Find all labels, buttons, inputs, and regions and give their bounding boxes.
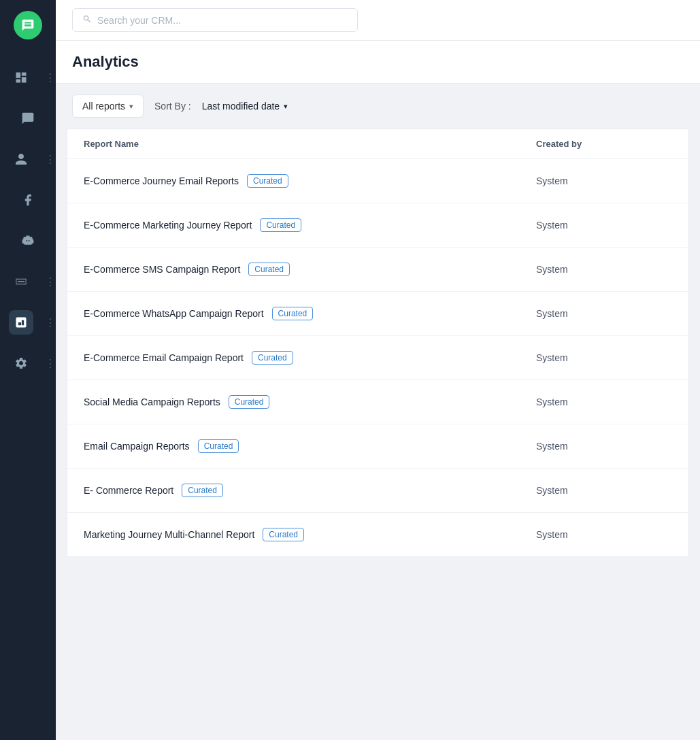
person-icon [14,152,28,166]
chat-icon [21,18,35,32]
table-row[interactable]: Marketing Journey Multi-Channel Report C… [67,513,688,556]
sidebar-item-bot[interactable] [0,220,56,261]
table-body: E-Commerce Journey Email Reports Curated… [67,159,688,556]
curated-badge: Curated [248,263,290,276]
row-name-4: E-Commerce Email Campaign Report Curated [84,351,536,365]
report-name-text: Email Campaign Reports [84,441,190,452]
table-row[interactable]: E-Commerce Marketing Journey Report Cura… [67,203,688,248]
row-name-6: Email Campaign Reports Curated [84,439,536,453]
row-name-1: E-Commerce Marketing Journey Report Cura… [84,218,536,232]
report-name-text: E-Commerce Marketing Journey Report [84,220,252,231]
bot-icon [21,234,35,248]
row-created-by-8: System [536,529,672,540]
sidebar-item-campaigns[interactable]: ⋮ [0,261,56,302]
row-created-by-3: System [536,308,672,319]
sidebar-item-dashboard[interactable]: ⋮ [0,57,56,98]
report-name-text: E-Commerce Email Campaign Report [84,352,244,363]
sidebar-item-settings[interactable]: ⋮ [0,343,56,384]
column-report-name: Report Name [84,139,536,149]
curated-badge: Curated [260,218,301,232]
table-row[interactable]: E- Commerce Report Curated System [67,469,688,513]
sidebar-item-knowledge[interactable] [0,180,56,220]
search-box[interactable] [72,8,358,32]
sidebar-item-chat[interactable] [0,98,56,139]
sort-chevron-icon: ▾ [284,102,288,111]
table-header: Report Name Created by [67,129,688,159]
book-icon [21,193,35,207]
row-created-by-6: System [536,441,672,452]
table-row[interactable]: E-Commerce Journey Email Reports Curated… [67,159,688,203]
row-created-by-7: System [536,485,672,496]
table-row[interactable]: Social Media Campaign Reports Curated Sy… [67,380,688,424]
table-row[interactable]: E-Commerce SMS Campaign Report Curated S… [67,248,688,292]
table-row[interactable]: E-Commerce Email Campaign Report Curated… [67,336,688,380]
sort-option-label: Last modified date [202,101,280,112]
main-content: Analytics All reports ▾ Sort By : Last m… [56,0,700,740]
curated-badge: Curated [198,439,239,453]
row-name-0: E-Commerce Journey Email Reports Curated [84,174,536,188]
sort-by-label: Sort By : [154,101,191,112]
topbar [56,0,700,41]
sidebar-item-contacts[interactable]: ⋮ [0,139,56,180]
reports-table: Report Name Created by E-Commerce Journe… [67,129,689,557]
curated-badge: Curated [272,307,314,320]
page-header: Analytics [56,41,700,84]
row-name-3: E-Commerce WhatsApp Campaign Report Cura… [84,307,536,320]
table-row[interactable]: Email Campaign Reports Curated System [67,424,688,469]
sidebar: ⋮ ⋮ [0,0,56,740]
report-name-text: E-Commerce Journey Email Reports [84,175,239,186]
all-reports-button[interactable]: All reports ▾ [72,95,144,118]
search-icon [82,14,92,26]
sidebar-nav: ⋮ ⋮ [0,57,56,384]
curated-badge: Curated [263,528,304,541]
row-name-5: Social Media Campaign Reports Curated [84,395,536,409]
row-name-2: E-Commerce SMS Campaign Report Curated [84,263,536,276]
row-created-by-0: System [536,175,672,186]
row-created-by-1: System [536,220,672,231]
row-name-8: Marketing Journey Multi-Channel Report C… [84,528,536,541]
report-name-text: Social Media Campaign Reports [84,397,220,407]
chevron-down-icon: ▾ [129,102,133,111]
sidebar-dots-campaigns: ⋮ [45,275,56,288]
curated-badge: Curated [252,351,293,365]
page-title: Analytics [72,53,684,71]
curated-badge: Curated [247,174,288,188]
report-name-text: E-Commerce WhatsApp Campaign Report [84,308,264,319]
report-name-text: E- Commerce Report [84,485,173,496]
curated-badge: Curated [229,395,270,409]
row-created-by-4: System [536,352,672,363]
megaphone-icon [14,275,28,288]
curated-badge: Curated [182,484,223,497]
row-name-7: E- Commerce Report Curated [84,484,536,497]
sidebar-dots-contacts: ⋮ [45,153,56,166]
analytics-icon [14,316,28,329]
logo[interactable] [14,11,42,39]
filter-bar: All reports ▾ Sort By : Last modified da… [56,84,700,129]
dashboard-icon [14,71,28,84]
row-created-by-5: System [536,397,672,407]
sidebar-item-analytics[interactable]: ⋮ [0,302,56,343]
report-name-text: E-Commerce SMS Campaign Report [84,264,240,275]
sidebar-dots-analytics: ⋮ [45,316,56,329]
report-name-text: Marketing Journey Multi-Channel Report [84,529,254,540]
row-created-by-2: System [536,264,672,275]
search-input[interactable] [97,15,348,26]
settings-icon [14,356,28,370]
table-row[interactable]: E-Commerce WhatsApp Campaign Report Cura… [67,292,688,336]
column-created-by: Created by [536,139,672,149]
sidebar-dots-settings: ⋮ [45,357,56,370]
message-icon [21,112,35,125]
all-reports-label: All reports [82,101,125,112]
sidebar-dots-dashboard: ⋮ [45,71,56,84]
sort-button[interactable]: Last modified date ▾ [202,101,288,112]
